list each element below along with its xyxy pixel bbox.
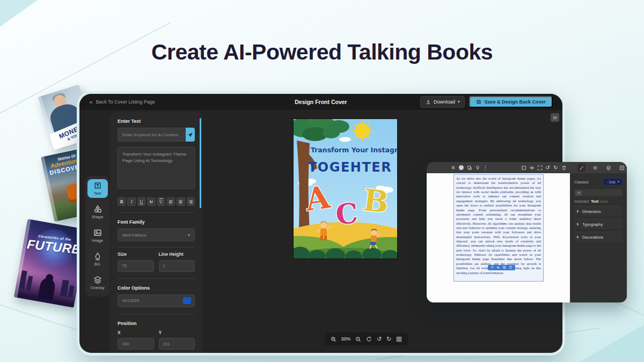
cover-text-textarea[interactable]: Transform Your Instagram Theme Page Usin… — [118, 147, 195, 189]
selected-element-id — [600, 201, 609, 203]
selected-label: Selected: — [574, 200, 589, 203]
select-frame-button[interactable] — [519, 164, 528, 172]
account-button[interactable] — [457, 164, 465, 172]
style-pen-button[interactable] — [577, 164, 586, 172]
book-cover-canvas[interactable]: Transform Your Instagr TOGEHTER A C B — [294, 119, 397, 258]
back-to-cover-listing-button[interactable]: « Back To Cover Listing Page — [89, 99, 155, 106]
tool-bg[interactable]: BG — [87, 250, 108, 269]
line-height-input[interactable] — [159, 260, 195, 272]
position-x-input[interactable] — [118, 338, 154, 350]
save-design-back-cover-button[interactable]: Save & Design Back Cover — [469, 96, 553, 108]
italic-button[interactable]: I — [127, 197, 135, 206]
tool-label: Text — [94, 191, 101, 196]
eye-icon — [529, 165, 535, 171]
trash-icon — [561, 165, 567, 171]
cover-letter-c[interactable]: C — [334, 197, 359, 231]
delete-button[interactable] — [509, 265, 513, 270]
align-right-button[interactable] — [187, 197, 195, 206]
tool-overlay[interactable]: Overlay — [87, 274, 108, 292]
line-height-label: Line Height — [159, 252, 195, 257]
color-options-label: Color Options — [118, 285, 195, 291]
pen-icon — [579, 165, 584, 171]
class-select[interactable]: - Stat ▾ — [603, 178, 623, 186]
strikethrough-button[interactable]: U — [147, 197, 155, 206]
layers-icon — [93, 276, 102, 284]
preview-button[interactable] — [528, 164, 536, 172]
zoom-in-button[interactable] — [331, 336, 336, 342]
add-class-button[interactable]: + — [575, 190, 582, 196]
reset-view-button[interactable] — [366, 336, 372, 342]
image-tool-icon — [93, 228, 102, 237]
color-input[interactable]: #013555 — [118, 294, 195, 307]
grid-toggle-button[interactable] — [396, 336, 402, 342]
overline-button[interactable]: U — [157, 197, 165, 206]
editor-topbar: « Back To Cover Listing Page Design Fron… — [79, 94, 562, 110]
overlay-right-sidebar: Classes - Stat ▾ + Selected: Text Dimens… — [570, 173, 627, 302]
align-center-button[interactable] — [177, 197, 185, 206]
position-label: Position — [118, 321, 195, 326]
corner-accent — [580, 324, 644, 362]
generate-ai-content-button[interactable] — [186, 128, 195, 142]
class-input-strip[interactable]: + — [574, 189, 623, 196]
align-center-icon — [178, 200, 183, 204]
font-family-select[interactable]: Abril Fatface ▾ — [118, 228, 195, 241]
more-options-button[interactable]: ⋮ — [481, 164, 489, 172]
section-typography[interactable]: Typography — [574, 219, 623, 229]
undo-button[interactable]: ↺ — [377, 336, 382, 342]
download-button[interactable]: Download ▾ — [420, 96, 465, 108]
chevron-right-icon — [577, 210, 579, 213]
underline-button[interactable]: U — [137, 197, 145, 206]
overlay-toolbar: × ⋮ ↺ ↻ — [427, 162, 627, 173]
format-toolbar: B I U U U — [118, 197, 195, 206]
zoom-out-button[interactable] — [355, 336, 361, 342]
tool-label: BG — [94, 262, 100, 267]
redo-button[interactable]: ↻ — [386, 336, 391, 342]
font-family-label: Font Family — [118, 219, 195, 225]
settings-button[interactable] — [591, 164, 599, 172]
chevron-right-icon — [577, 223, 579, 226]
chevrons-left-icon: « — [89, 99, 93, 106]
delete-button[interactable] — [560, 164, 568, 172]
cover-title-line1[interactable]: Transform Your Instagr — [311, 146, 397, 154]
selected-element: Text — [591, 200, 598, 203]
redo-button[interactable]: ↻ — [552, 164, 560, 172]
tool-image[interactable]: Image — [87, 226, 108, 245]
position-y-input[interactable] — [159, 338, 195, 350]
avatar-icon — [459, 165, 464, 170]
undo-button[interactable]: ↺ — [544, 164, 552, 172]
section-dimension[interactable]: Dimension — [574, 206, 623, 216]
trash-icon — [509, 265, 513, 269]
duplicate-button[interactable] — [465, 164, 473, 172]
tool-text[interactable]: Text — [87, 179, 108, 198]
canvas-zoom-bar: 50% ↺ ↻ — [325, 333, 408, 345]
tool-label: Image — [92, 238, 103, 243]
add-element-button[interactable] — [618, 164, 626, 172]
bold-button[interactable]: B — [118, 197, 126, 206]
paragraph-text: As we delve into the world of Instagram … — [456, 176, 541, 275]
tool-shape[interactable]: Shape — [87, 203, 108, 221]
size-input[interactable] — [118, 260, 154, 272]
copy-button[interactable] — [502, 265, 506, 270]
move-button[interactable]: + — [496, 266, 500, 270]
minimize-panel-button[interactable]: M — [551, 113, 559, 122]
ai-keyword-input[interactable] — [118, 128, 186, 142]
close-button[interactable]: × — [449, 164, 457, 172]
section-decorations[interactable]: Decorations — [574, 232, 623, 242]
gear-icon — [592, 165, 598, 171]
hint-button[interactable] — [473, 164, 481, 172]
x-label: X — [118, 330, 154, 335]
text-properties-panel: Enter Text Transform Your Instagram Them… — [110, 112, 202, 353]
class-value: - Stat — [606, 180, 616, 184]
overlay-page-canvas[interactable]: As we delve into the world of Instagram … — [427, 173, 570, 302]
panel-scrollbar[interactable] — [200, 118, 201, 208]
color-swatch[interactable] — [183, 297, 191, 304]
chevron-right-icon — [577, 235, 579, 239]
align-left-button[interactable] — [167, 197, 175, 206]
divider — [118, 314, 195, 314]
cover-title-line2[interactable]: TOGEHTER — [308, 160, 392, 175]
divider — [118, 212, 195, 213]
cover-letter-b[interactable]: B — [361, 182, 391, 220]
layers-button[interactable] — [604, 164, 612, 172]
fullscreen-button[interactable] — [536, 164, 544, 172]
move-up-button[interactable]: ↑ — [491, 266, 494, 270]
